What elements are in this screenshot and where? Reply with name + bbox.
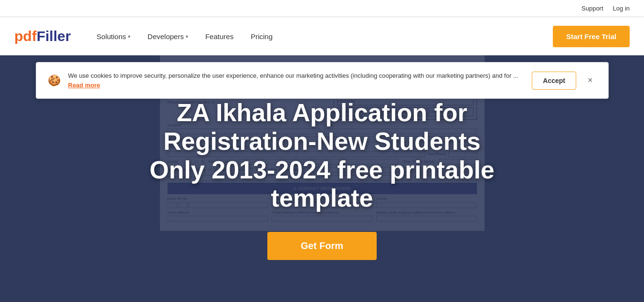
logo[interactable]: pdfFiller xyxy=(14,28,71,44)
pricing-nav-item[interactable]: Pricing xyxy=(244,29,279,44)
cookie-text: We use cookies to improve security, pers… xyxy=(68,71,525,90)
cookie-banner: 🍪 We use cookies to improve security, pe… xyxy=(36,62,609,99)
solutions-chevron-icon: ▾ xyxy=(128,34,130,39)
start-trial-button[interactable]: Start Free Trial xyxy=(553,26,630,47)
login-link[interactable]: Log in xyxy=(613,5,630,12)
logo-pdf: pdf xyxy=(14,28,37,44)
get-form-button[interactable]: Get Form xyxy=(267,232,377,260)
hero-title: ZA Ikhala Application for Registration-N… xyxy=(146,99,499,213)
hero-content: ZA Ikhala Application for Registration-N… xyxy=(107,89,537,270)
developers-nav-item[interactable]: Developers ▾ xyxy=(141,29,195,44)
solutions-nav-item[interactable]: Solutions ▾ xyxy=(90,29,137,44)
cookie-icon: 🍪 xyxy=(48,74,61,87)
support-link[interactable]: Support xyxy=(581,5,603,12)
top-bar: Support Log in xyxy=(0,0,644,17)
close-cookie-button[interactable]: × xyxy=(584,73,597,87)
developers-chevron-icon: ▾ xyxy=(186,34,188,39)
read-more-link[interactable]: Read more xyxy=(68,82,100,89)
accept-button[interactable]: Accept xyxy=(532,72,576,90)
logo-filler: Filler xyxy=(37,28,71,44)
features-nav-item[interactable]: Features xyxy=(199,29,240,44)
nav-links: Solutions ▾ Developers ▾ Features Pricin… xyxy=(90,29,553,44)
navbar: pdfFiller Solutions ▾ Developers ▾ Featu… xyxy=(0,17,644,55)
